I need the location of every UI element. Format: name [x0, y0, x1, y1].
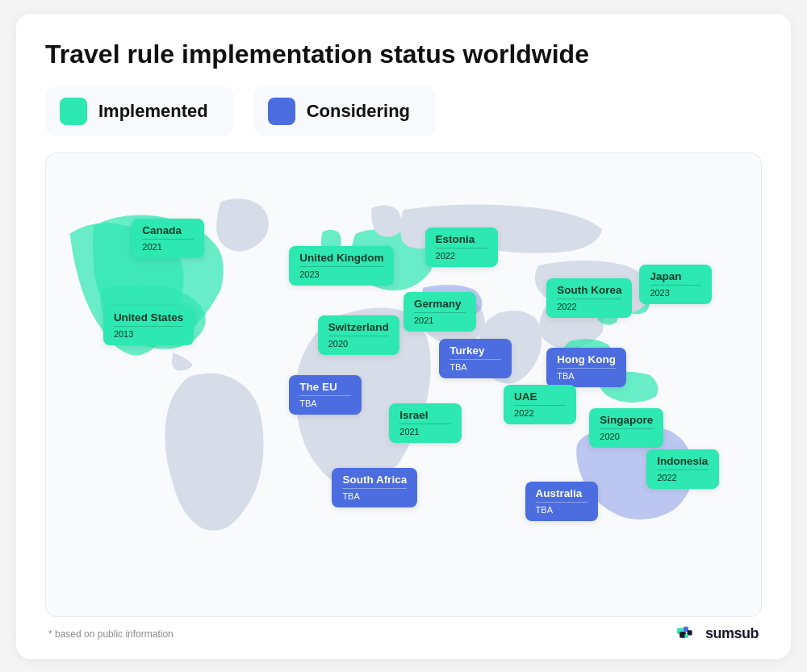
- country-box-canada: Canada2021: [132, 219, 204, 258]
- country-box-switzerland: Switzerland2020: [318, 315, 399, 355]
- country-year-indonesia: 2022: [657, 470, 709, 482]
- country-box-south-korea: South Korea2022: [546, 278, 632, 318]
- footer-note: * based on public information: [48, 628, 174, 640]
- sumsub-logo-icon: [677, 625, 700, 643]
- implemented-label: Implemented: [98, 101, 208, 122]
- country-name-estonia: Estonia: [436, 233, 487, 245]
- country-name-uae: UAE: [514, 390, 566, 403]
- country-name-canada: Canada: [142, 224, 194, 236]
- page-title: Travel rule implementation status worldw…: [45, 40, 762, 69]
- implemented-icon: [60, 98, 87, 125]
- country-year-hong-kong: TBA: [557, 368, 616, 381]
- country-box-united-kingdom: United Kingdom2023: [289, 246, 394, 286]
- svg-rect-4: [684, 634, 688, 638]
- country-box-singapore: Singapore2020: [589, 408, 663, 448]
- country-name-switzerland: Switzerland: [328, 321, 389, 333]
- country-box-united-states: United States2013: [103, 306, 194, 345]
- main-card: Travel rule implementation status worldw…: [16, 14, 791, 659]
- considering-label: Considering: [307, 101, 410, 122]
- country-name-the-eu: The EU: [299, 381, 351, 393]
- country-year-united-states: 2013: [114, 326, 183, 339]
- country-box-uae: UAE2022: [504, 385, 576, 424]
- country-name-united-kingdom: United Kingdom: [299, 252, 383, 264]
- country-box-hong-kong: Hong KongTBA: [546, 348, 626, 387]
- country-year-uae: 2022: [514, 405, 566, 418]
- country-year-turkey: TBA: [449, 359, 501, 372]
- country-name-turkey: Turkey: [449, 344, 501, 357]
- country-box-israel: Israel2021: [389, 403, 462, 443]
- country-year-united-kingdom: 2023: [299, 266, 383, 279]
- legend-considering: Considering: [253, 86, 436, 136]
- country-name-hong-kong: Hong Kong: [557, 353, 616, 365]
- country-box-south-africa: South AfricaTBA: [332, 468, 417, 507]
- country-name-japan: Japan: [650, 270, 701, 282]
- country-year-south-africa: TBA: [342, 488, 407, 501]
- country-name-south-africa: South Africa: [342, 474, 407, 486]
- country-year-estonia: 2022: [436, 248, 487, 261]
- country-name-australia: Australia: [536, 487, 587, 499]
- map-area: .land { fill: #d6dce8; } .land-highlight…: [45, 152, 762, 616]
- country-year-south-korea: 2022: [557, 298, 621, 311]
- country-year-singapore: 2020: [600, 428, 653, 441]
- country-name-germany: Germany: [414, 298, 466, 310]
- country-box-estonia: Estonia2022: [425, 227, 498, 267]
- sumsub-brand-text: sumsub: [705, 625, 759, 642]
- country-box-germany: Germany2021: [404, 292, 476, 332]
- country-box-turkey: TurkeyTBA: [439, 339, 512, 378]
- country-year-switzerland: 2020: [328, 336, 389, 349]
- considering-icon: [268, 98, 295, 125]
- country-year-japan: 2023: [650, 285, 701, 298]
- country-year-germany: 2021: [414, 312, 466, 325]
- country-box-australia: AustraliaTBA: [525, 482, 598, 521]
- country-year-canada: 2021: [142, 239, 194, 252]
- country-box-indonesia: Indonesia2022: [646, 449, 719, 489]
- country-name-indonesia: Indonesia: [657, 455, 709, 467]
- country-year-the-eu: TBA: [299, 395, 351, 408]
- country-year-australia: TBA: [536, 502, 587, 515]
- sumsub-logo: sumsub: [677, 625, 759, 643]
- country-name-singapore: Singapore: [600, 414, 653, 426]
- footer: * based on public information sumsub: [45, 625, 762, 643]
- legend: Implemented Considering: [45, 86, 762, 136]
- legend-implemented: Implemented: [45, 86, 234, 136]
- country-name-israel: Israel: [399, 409, 451, 421]
- country-box-japan: Japan2023: [639, 265, 712, 304]
- country-box-the-eu: The EUTBA: [289, 375, 362, 415]
- country-name-south-korea: South Korea: [557, 284, 621, 296]
- country-name-united-states: United States: [114, 311, 183, 323]
- country-year-israel: 2021: [399, 424, 451, 436]
